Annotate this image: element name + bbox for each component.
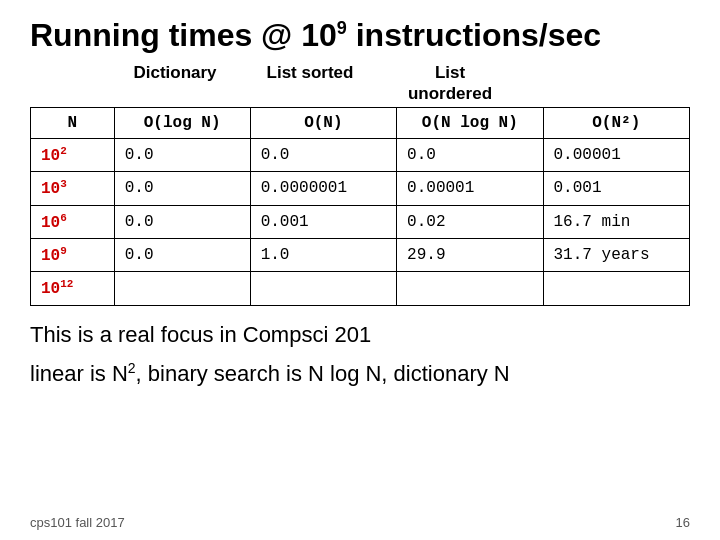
table-row: 1060.00.0010.0216.7 min [31,205,690,238]
column-group-headers: Dictionary List sorted Listunordered [30,63,690,104]
table-header-row: N O(log N) O(N) O(N log N) O(N²) [31,107,690,138]
table-row: 1090.01.029.931.7 years [31,238,690,271]
list-sorted-header: List sorted [240,63,380,104]
footer-line1: This is a real focus in Compsci 201 [30,318,690,351]
cell-n: 109 [31,238,115,271]
cell-value: 0.001 [543,172,689,205]
cell-value [114,272,250,305]
bottom-bar: cps101 fall 2017 16 [30,515,690,530]
table-row: 1020.00.00.00.00001 [31,138,690,171]
header-on2: O(N²) [543,107,689,138]
header-onlogn: O(N log N) [397,107,543,138]
header-on: O(N) [250,107,396,138]
cell-value [397,272,543,305]
runtime-table: N O(log N) O(N) O(N log N) O(N²) 1020.00… [30,107,690,306]
cell-value: 16.7 min [543,205,689,238]
cell-value: 0.00001 [543,138,689,171]
cell-value: 1.0 [250,238,396,271]
cell-n: 103 [31,172,115,205]
cell-value: 0.001 [250,205,396,238]
table-row: 1030.00.00000010.000010.001 [31,172,690,205]
cell-value: 29.9 [397,238,543,271]
dictionary-header: Dictionary [110,63,240,104]
credit-text: cps101 fall 2017 [30,515,125,530]
cell-value [250,272,396,305]
cell-value: 0.0 [250,138,396,171]
table-row: 1012 [31,272,690,305]
cell-n: 106 [31,205,115,238]
cell-value: 0.0 [114,138,250,171]
cell-value: 0.0 [114,172,250,205]
cell-n: 102 [31,138,115,171]
list-unordered-header: Listunordered [380,63,520,104]
cell-value: 0.02 [397,205,543,238]
page-number: 16 [676,515,690,530]
page-title: Running times @ 109 instructions/sec [30,18,690,53]
cell-value: 0.00001 [397,172,543,205]
footer-line2: linear is N2, binary search is N log N, … [30,357,690,390]
cell-value: 31.7 years [543,238,689,271]
cell-value: 0.0 [114,238,250,271]
cell-value: 0.0 [114,205,250,238]
cell-value: 0.0000001 [250,172,396,205]
header-ologn: O(log N) [114,107,250,138]
cell-value [543,272,689,305]
cell-value: 0.0 [397,138,543,171]
header-n: N [31,107,115,138]
cell-n: 1012 [31,272,115,305]
